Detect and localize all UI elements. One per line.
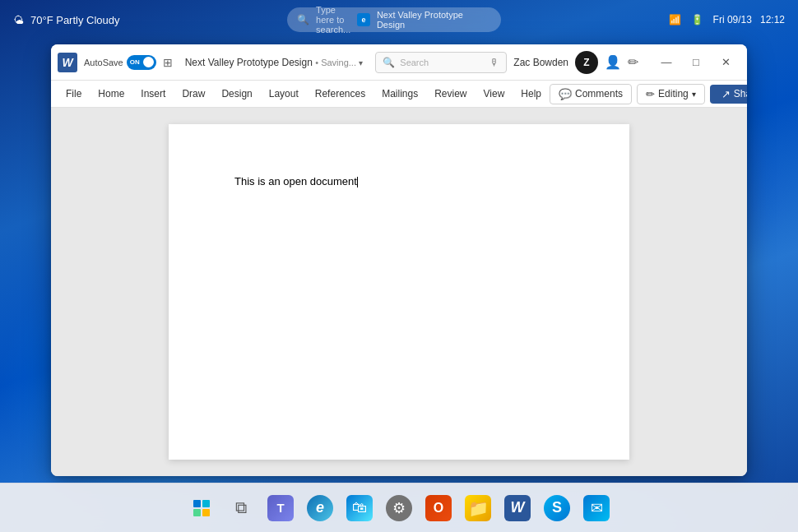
menu-item-mailings[interactable]: Mailings [373,85,426,103]
doc-title-area: Next Valley Prototype Design • Saving...… [179,57,369,68]
share-button[interactable]: ↗ Share ▾ [710,85,747,104]
user-area: Zac Bowden Z 👤 ✏ [513,51,638,74]
taskbar-office[interactable]: O [420,490,457,526]
editing-label: Editing [658,88,689,99]
taskbar-windows-start[interactable] [183,490,220,526]
window-controls: — □ ✕ [652,49,740,76]
saving-status: • Saving... [315,58,356,67]
user-name-label: Zac Bowden [513,57,568,68]
edge-icon: e [307,495,333,521]
search-app-label: Next Valley Prototype Design [377,10,491,30]
taskbar: ⧉ T e 🛍 ⚙ O 📁 W S [0,483,798,532]
search-placeholder: Type here to search... [316,5,350,35]
menu-item-references[interactable]: References [307,85,373,103]
dropdown-chevron[interactable]: ▾ [359,58,363,67]
text-cursor [357,177,358,187]
menu-item-layout[interactable]: Layout [261,85,307,103]
skype-icon: S [544,495,570,521]
search-placeholder-word: Search [400,58,429,67]
store-icon: 🛍 [346,495,373,521]
word-search-box[interactable]: 🔍 Search 🎙 [375,52,507,73]
search-icon: 🔍 [297,14,309,25]
wifi-icon: 📶 [669,14,681,25]
taskbar-teams[interactable]: T [262,490,299,526]
word-window: W AutoSave ON ⊞ Next Valley Prototype De… [51,44,747,476]
ribbon-menu-row: File Home Insert Draw Design Layout Refe… [51,81,747,107]
maximize-button[interactable]: □ [681,49,711,76]
feedback-icon[interactable]: ✏ [628,54,638,70]
mail-icon: ✉ [583,495,610,521]
toggle-state-label: ON [130,58,140,66]
taskbar-search[interactable]: 🔍 Type here to search... e Next Valley P… [287,7,501,32]
mic-icon[interactable]: 🎙 [489,57,499,68]
doc-name: Next Valley Prototype Design [185,57,313,68]
menu-item-draw[interactable]: Draw [174,85,213,103]
comments-button[interactable]: 💬 Comments [550,84,632,104]
menu-item-review[interactable]: Review [426,85,475,103]
document-content[interactable]: This is an open document [234,175,357,187]
close-button[interactable]: ✕ [711,49,740,76]
minimize-button[interactable]: — [652,49,681,76]
taskbar-skype[interactable]: S [539,490,575,526]
system-tray-top: 🌤 70°F Partly Cloudy 🔍 Type here to sear… [0,0,798,39]
menu-item-file[interactable]: File [58,85,90,103]
document-page[interactable]: This is an open document [169,124,629,460]
menu-item-insert[interactable]: Insert [132,85,174,103]
ribbon-menu: File Home Insert Draw Design Layout Refe… [58,85,550,103]
comments-label: Comments [575,88,623,99]
document-area[interactable]: This is an open document [51,108,747,476]
taskbar-store[interactable]: 🛍 [341,490,378,526]
taskbar-word[interactable]: W [499,490,536,526]
autosave-label: AutoSave [84,58,123,67]
editing-chevron-icon: ▾ [692,90,696,99]
tray-right: 📶 🔋 Fri 09/13 12:12 [669,14,785,25]
profile-icon[interactable]: 👤 [605,54,621,70]
tray-center: 🔍 Type here to search... e Next Valley P… [287,7,501,32]
office-icon: O [425,495,452,521]
ribbon-right-actions: 💬 Comments ✏ Editing ▾ ↗ Share ▾ ☆ [550,84,747,104]
desktop: 🌤 70°F Partly Cloudy 🔍 Type here to sear… [0,0,798,532]
menu-item-help[interactable]: Help [513,85,550,103]
word-app-icon: W [58,53,77,72]
taskbar-mail[interactable]: ✉ [578,490,615,526]
search-icon: 🔍 [383,57,395,68]
date-display: Fri 09/13 [713,14,752,25]
title-bar: W AutoSave ON ⊞ Next Valley Prototype De… [51,44,747,81]
autosave-area: AutoSave ON [84,55,156,70]
taskbar-file-explorer[interactable]: 📁 [460,490,496,526]
settings-icon: ⚙ [386,495,412,521]
taskbar-settings[interactable]: ⚙ [381,490,417,526]
edge-icon-search: e [357,13,370,26]
menu-item-design[interactable]: Design [213,85,260,103]
comment-bubble-icon: 💬 [559,88,572,100]
task-view-icon: ⧉ [235,498,247,517]
battery-icon: 🔋 [691,14,703,25]
autosave-toggle[interactable]: ON [127,55,156,70]
share-icon: ↗ [721,88,731,100]
teams-icon: T [267,495,294,521]
user-avatar[interactable]: Z [575,51,598,74]
pencil-icon: ✏ [646,88,655,100]
taskbar-task-view[interactable]: ⧉ [223,490,259,526]
date-time: Fri 09/13 12:12 [713,14,785,25]
weather-icon: 🌤 [13,14,24,26]
time-display: 12:12 [760,14,785,25]
menu-item-view[interactable]: View [476,85,513,103]
weather-text: 70°F Partly Cloudy [30,14,120,26]
ribbon-toolbar: File Home Insert Draw Design Layout Refe… [51,81,747,108]
format-icon[interactable]: ⊞ [163,56,173,69]
tray-weather[interactable]: 🌤 70°F Partly Cloudy [13,14,120,26]
share-label: Share [734,88,747,99]
editing-button[interactable]: ✏ Editing ▾ [637,84,705,104]
taskbar-edge[interactable]: e [302,490,338,526]
word-taskbar-icon: W [504,495,531,521]
menu-item-home[interactable]: Home [90,85,132,103]
file-explorer-icon: 📁 [465,495,491,521]
